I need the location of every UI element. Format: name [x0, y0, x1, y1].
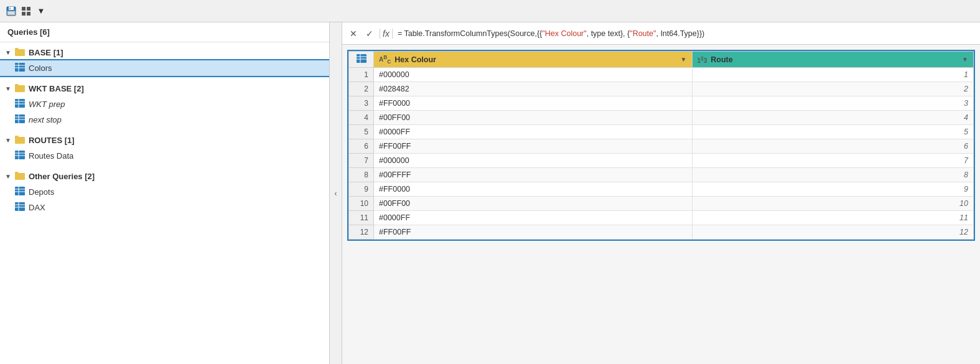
row-number: 10 — [349, 197, 374, 211]
table-wktprep-icon — [15, 99, 25, 110]
route-value: 8 — [692, 168, 974, 182]
table-depots-icon — [15, 187, 25, 197]
data-table: ABC Hex Colour ▼ 123 Route ▼ — [348, 51, 974, 240]
folder-base-icon — [15, 47, 25, 58]
table-container: ABC Hex Colour ▼ 123 Route ▼ — [347, 50, 975, 241]
svg-rect-5 — [27, 7, 30, 11]
table-row: 10#00FF0010 — [349, 197, 974, 211]
base-group-label: BASE [1] — [29, 48, 63, 57]
formula-cancel-button[interactable]: ✕ — [347, 27, 360, 40]
chevron-down-icon: ▼ — [5, 49, 11, 56]
sidebar-group-routes: ▼ ROUTES [1] Routes Data — [0, 130, 329, 166]
row-number: 6 — [349, 139, 374, 154]
hex-value: #0000FF — [374, 211, 693, 225]
hex-value: #000000 — [374, 68, 693, 82]
route-type-icon: 123 — [698, 55, 707, 64]
svg-rect-4 — [22, 7, 26, 11]
colors-item-label: Colors — [29, 63, 52, 73]
formula-confirm-button[interactable]: ✓ — [363, 27, 376, 40]
row-number: 1 — [349, 68, 374, 82]
svg-rect-32 — [357, 54, 366, 63]
svg-rect-3 — [7, 11, 15, 15]
table-nextstop-icon — [15, 114, 25, 125]
svg-rect-6 — [22, 12, 26, 16]
svg-rect-7 — [27, 12, 30, 16]
formula-bar-icons: ✕ ✓ fx — [347, 27, 393, 40]
hex-value: #FF0000 — [374, 182, 693, 197]
sidebar-item-depots[interactable]: Depots — [0, 184, 329, 200]
svg-rect-28 — [15, 202, 25, 211]
hex-value: #FF00FF — [374, 225, 693, 240]
table-row: 12#FF00FF12 — [349, 225, 974, 240]
grid-icon[interactable] — [20, 5, 32, 17]
toolbar: ▼ — [0, 0, 980, 22]
save-icon[interactable] — [5, 5, 17, 17]
sidebar-group-wkt-label[interactable]: ▼ WKT BASE [2] — [0, 81, 329, 96]
hex-value: #FF00FF — [374, 139, 693, 154]
svg-rect-16 — [15, 114, 25, 123]
chevron-down-icon-other: ▼ — [5, 173, 11, 180]
table-row: 9#FF00009 — [349, 182, 974, 197]
hex-dropdown-icon[interactable]: ▼ — [681, 56, 687, 63]
table-row: 7#0000007 — [349, 154, 974, 168]
fx-label: fx — [380, 29, 393, 39]
table-row: 11#0000FF11 — [349, 211, 974, 225]
sidebar-item-routesdata[interactable]: Routes Data — [0, 148, 329, 164]
sidebar-group-wkt: ▼ WKT BASE [2] WKT prep — [0, 78, 329, 130]
row-number: 2 — [349, 82, 374, 96]
hex-value: #000000 — [374, 154, 693, 168]
sidebar: Queries [6] ▼ BASE [1] — [0, 22, 330, 364]
table-dax-icon — [15, 202, 25, 213]
table-routesdata-icon — [15, 151, 25, 161]
toolbar-dropdown-icon[interactable]: ▼ — [35, 5, 47, 17]
sidebar-group-base-label[interactable]: ▼ BASE [1] — [0, 45, 329, 60]
route-value: 10 — [692, 197, 974, 211]
formula-bar: ✕ ✓ fx = Table.TransformColumnTypes(Sour… — [342, 22, 980, 45]
table-row: 5#0000FF5 — [349, 125, 974, 139]
route-value: 3 — [692, 96, 974, 111]
folder-routes-icon — [15, 135, 25, 146]
folder-other-icon — [15, 171, 25, 182]
sidebar-group-base: ▼ BASE [1] Colors — [0, 42, 329, 78]
svg-rect-24 — [15, 187, 25, 195]
svg-rect-20 — [15, 151, 25, 159]
row-number: 12 — [349, 225, 374, 240]
row-number: 5 — [349, 125, 374, 139]
route-column-label: Route — [711, 55, 732, 64]
sidebar-group-routes-label[interactable]: ▼ ROUTES [1] — [0, 133, 329, 148]
hex-value: #0000FF — [374, 125, 693, 139]
chevron-down-icon-routes: ▼ — [5, 137, 11, 144]
table-row: 6#FF00FF6 — [349, 139, 974, 154]
row-number: 9 — [349, 182, 374, 197]
route-value: 12 — [692, 225, 974, 240]
sidebar-item-nextstop[interactable]: next stop — [0, 112, 329, 128]
sidebar-group-other: ▼ Other Queries [2] Depots — [0, 166, 329, 218]
row-number: 11 — [349, 211, 374, 225]
hex-value: #00FFFF — [374, 168, 693, 182]
wkt-group-label: WKT BASE [2] — [29, 84, 84, 93]
route-value: 1 — [692, 68, 974, 82]
sidebar-item-wktprep[interactable]: WKT prep — [0, 96, 329, 112]
dax-item-label: DAX — [29, 203, 45, 212]
route-value: 6 — [692, 139, 974, 154]
hex-value: #028482 — [374, 82, 693, 96]
routesdata-item-label: Routes Data — [29, 151, 73, 161]
table-row: 3#FF00003 — [349, 96, 974, 111]
table-corner-header — [349, 52, 374, 68]
sidebar-header: Queries [6] — [0, 22, 329, 42]
sidebar-item-colors[interactable]: Colors — [0, 60, 329, 76]
route-value: 4 — [692, 111, 974, 125]
sidebar-group-other-label[interactable]: ▼ Other Queries [2] — [0, 169, 329, 184]
depots-item-label: Depots — [29, 187, 54, 197]
main-layout: Queries [6] ▼ BASE [1] — [0, 22, 980, 364]
row-number: 7 — [349, 154, 374, 168]
row-number: 8 — [349, 168, 374, 182]
sidebar-collapse-button[interactable]: ‹ — [330, 22, 342, 364]
table-row: 4#00FF004 — [349, 111, 974, 125]
row-number: 3 — [349, 96, 374, 111]
table-colors-icon — [15, 63, 25, 73]
table-row: 8#00FFFF8 — [349, 168, 974, 182]
sidebar-item-dax[interactable]: DAX — [0, 200, 329, 215]
hex-column-header: ABC Hex Colour ▼ — [374, 52, 693, 68]
route-dropdown-icon[interactable]: ▼ — [962, 56, 968, 63]
